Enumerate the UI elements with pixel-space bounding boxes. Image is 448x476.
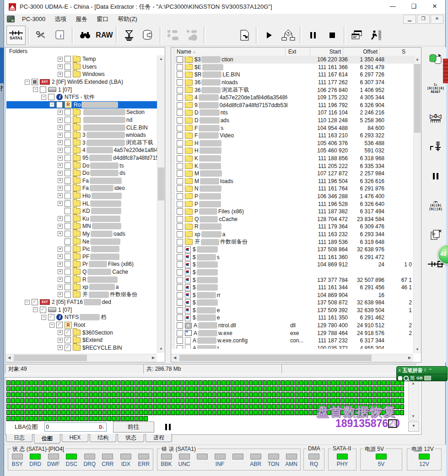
tree-row[interactable]: −iNTFS - 软件 [6, 93, 157, 101]
export-data-button[interactable] [139, 26, 157, 44]
tree-expander-icon[interactable]: + [58, 178, 63, 183]
tree-row[interactable]: +Users [6, 63, 157, 71]
tab-HEX[interactable]: HEX [62, 434, 88, 442]
tree-expander-icon[interactable]: + [58, 285, 63, 290]
tree-row[interactable]: +Ku [6, 215, 157, 222]
tree-expander-icon[interactable]: − [41, 315, 46, 320]
tree-row[interactable]: +QCache [6, 268, 157, 276]
tree-checkbox[interactable] [65, 292, 71, 298]
row-checkbox[interactable] [177, 322, 183, 329]
map-task-button[interactable] [164, 26, 182, 44]
tree-expander-icon[interactable]: + [58, 125, 63, 130]
scroll-left-arrow[interactable]: ◀ [171, 354, 178, 362]
tree-expander-icon[interactable]: + [58, 224, 63, 229]
tree-vertical-scrollbar[interactable]: ▲ ▼ [157, 55, 165, 353]
row-checkbox[interactable] [177, 246, 183, 253]
port-select-button[interactable]: SATA1 [6, 26, 26, 45]
mdi-minimize-button[interactable]: ▁ [403, 15, 416, 24]
menu-item-3[interactable]: 窗口 [92, 15, 113, 23]
menu-item-2[interactable]: 服务 [71, 15, 92, 23]
file-row[interactable]: Dnts107 116 1042 246 216 [171, 109, 414, 117]
tree-row[interactable]: +Pic [6, 245, 157, 253]
pause-button[interactable] [304, 26, 322, 44]
tree-expander-icon[interactable]: + [58, 57, 63, 62]
tree-checkbox[interactable] [65, 124, 71, 131]
tree-checkbox[interactable] [65, 185, 71, 191]
report-button[interactable]: i [51, 26, 70, 44]
tree-row[interactable]: +nd [6, 116, 157, 124]
tools-button[interactable] [32, 26, 50, 44]
filter-button[interactable] [120, 26, 138, 44]
file-row[interactable]: Antrol.dlldll129 780 40024 910 5122 [171, 322, 414, 330]
ime-collapse-icon[interactable]: ∧ [398, 368, 401, 373]
row-checkbox[interactable] [177, 178, 183, 184]
tree-checkbox[interactable] [65, 56, 71, 62]
tree-row[interactable]: +$RECYCLE.BIN [6, 344, 157, 352]
row-checkbox[interactable] [177, 307, 183, 314]
tree-checkbox[interactable] [65, 132, 71, 138]
tree-row[interactable]: +Windows [6, 70, 157, 78]
file-row[interactable]: N111 161 7646 291 876 [171, 185, 414, 193]
file-row[interactable]: $RLE.BIN111 167 6146 297 726 [171, 71, 414, 79]
tree-expander-icon[interactable]: + [58, 254, 63, 259]
tree-row[interactable]: +Dods [6, 169, 157, 177]
goto-button[interactable]: 前往 [113, 422, 154, 433]
scrollbar-thumb[interactable] [158, 168, 164, 200]
copy-pages-button[interactable]: ✕ [426, 226, 445, 244]
tree-row[interactable]: +$360Section [6, 329, 157, 336]
row-checkbox[interactable] [177, 216, 183, 222]
mdi-restore-button[interactable]: ❐ [417, 15, 430, 24]
minimize-button[interactable]: — [382, 0, 403, 14]
tree-expander-icon[interactable]: − [33, 87, 38, 92]
tree-expander-icon[interactable]: + [58, 133, 63, 138]
tree-row[interactable]: Ne [6, 238, 157, 245]
file-row[interactable]: PFiles (x86)111 187 3826 317 494 [171, 208, 414, 216]
tree-row[interactable]: +95d4d8fc87a48fd7157ddb [6, 154, 157, 162]
tree-expander-icon[interactable]: + [58, 163, 63, 168]
file-row[interactable]: K111 205 2226 335 334 [171, 162, 414, 170]
scroll-up-arrow[interactable]: ▲ [157, 55, 165, 63]
tree-expander-icon[interactable]: + [58, 262, 63, 267]
tree-expander-icon[interactable]: − [41, 95, 46, 100]
reset-counter-button[interactable]: 1↓[0][0][0]RESET [426, 79, 445, 97]
file-row[interactable]: 36nloads111 177 2626 307 374 [171, 79, 414, 87]
file-row[interactable]: 90d4d8fc87a48fd7157ddb53b91111 196 7926 … [171, 102, 414, 109]
tree-expander-icon[interactable]: + [58, 140, 63, 145]
tree-expander-icon[interactable]: + [58, 201, 63, 206]
ime-simplified-toggle[interactable]: 简 [410, 375, 415, 382]
row-checkbox[interactable] [177, 345, 183, 349]
ime-moon-icon[interactable]: ☾ [424, 368, 428, 373]
menu-item-1[interactable]: 选项 [50, 15, 71, 23]
tree-checkbox[interactable] [32, 299, 38, 305]
tab-进程[interactable]: 进程 [146, 434, 172, 442]
file-row[interactable]: K111 188 8566 318 968 [171, 155, 414, 162]
zero-position-button[interactable]: ▷0◁ [426, 108, 445, 127]
file-row[interactable]: $e111 161 3506 291 462 [171, 314, 414, 322]
column-header-ext[interactable]: Ext [286, 48, 310, 56]
scrollbar-thumb[interactable] [414, 64, 421, 133]
pause-icon[interactable] [165, 424, 171, 430]
stop-button[interactable] [323, 26, 341, 44]
tree-checkbox[interactable] [65, 238, 71, 245]
tree-row[interactable]: +CLE.BIN [6, 124, 157, 131]
tree-checkbox[interactable] [65, 208, 71, 214]
tree-checkbox[interactable] [65, 216, 71, 222]
tree-expander-icon[interactable]: + [58, 345, 63, 350]
tree-checkbox[interactable] [65, 269, 71, 275]
column-header-name[interactable]: Name▵ [175, 48, 286, 56]
column-header-size[interactable]: S [380, 48, 407, 56]
tree-expander-icon[interactable]: + [58, 193, 63, 198]
row-checkbox[interactable] [177, 193, 183, 200]
column-header-offset[interactable]: Offset [343, 48, 380, 56]
tree-expander-icon[interactable]: − [25, 300, 30, 305]
row-checkbox[interactable] [177, 269, 183, 276]
tree-row[interactable]: −1 [07] [6, 306, 157, 314]
tree-checkbox[interactable] [65, 155, 71, 161]
tree-horizontal-scrollbar[interactable]: ◀ ▶ [5, 354, 157, 362]
scroll-left-arrow[interactable]: ◀ [5, 354, 13, 362]
scroll-down-arrow[interactable]: ▼ [157, 346, 165, 353]
tree-row[interactable]: +PF [6, 253, 157, 260]
tree-row[interactable]: +PrFiles (x86) [6, 260, 157, 268]
row-checkbox[interactable] [177, 223, 183, 230]
row-checkbox[interactable] [177, 239, 183, 245]
